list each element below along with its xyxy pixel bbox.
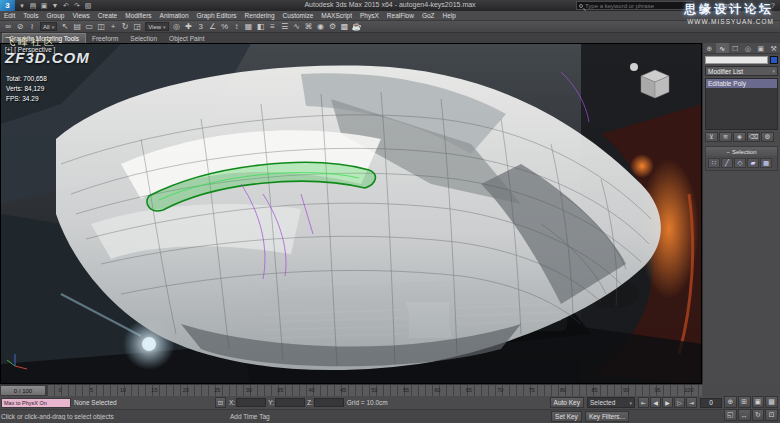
window-crossing-icon[interactable]: ◫: [95, 21, 107, 33]
remove-modifier-icon[interactable]: ⌫: [747, 132, 760, 142]
snap-toggle-icon[interactable]: 3: [195, 21, 207, 33]
maximize-viewport-icon[interactable]: ⊡: [765, 409, 778, 421]
angle-snap-icon[interactable]: ∠: [207, 21, 219, 33]
orbit-view-icon[interactable]: ↻: [752, 409, 765, 421]
pan-view-icon[interactable]: ↔: [738, 409, 751, 421]
select-and-link-icon[interactable]: ∞: [2, 21, 14, 33]
polygon-subobject-icon[interactable]: ▰: [747, 158, 759, 168]
key-mode-dropdown[interactable]: Selected ▾: [587, 397, 635, 408]
motion-tab-icon[interactable]: ◎: [741, 43, 754, 53]
menu-item-graph-editors[interactable]: Graph Editors: [193, 12, 241, 19]
object-name-field[interactable]: [705, 56, 768, 64]
redo-icon[interactable]: ↷: [72, 0, 82, 11]
modify-tab-icon[interactable]: ∿: [716, 43, 729, 53]
curve-editor-icon[interactable]: ∿: [291, 21, 303, 33]
sign-in-link[interactable]: Sign In: [718, 2, 738, 9]
mirror-icon[interactable]: ◧: [255, 21, 267, 33]
menu-item-tools[interactable]: Tools: [19, 12, 42, 19]
ribbon-tab-object-paint[interactable]: Object Paint: [163, 34, 210, 43]
border-subobject-icon[interactable]: ◇: [734, 158, 746, 168]
pin-stack-icon[interactable]: ⊻: [705, 132, 718, 142]
go-to-start-button[interactable]: ⇤: [638, 397, 649, 408]
modifier-stack-list[interactable]: Editable Poly: [705, 78, 778, 130]
vertex-subobject-icon[interactable]: ∷: [708, 158, 720, 168]
zoom-icon[interactable]: ⊕: [724, 396, 737, 408]
material-editor-icon[interactable]: ◉: [315, 21, 327, 33]
utilities-tab-icon[interactable]: ⚒: [767, 43, 780, 53]
select-by-name-icon[interactable]: ▤: [71, 21, 83, 33]
zoom-all-icon[interactable]: ⊞: [738, 396, 751, 408]
undo-icon[interactable]: ↶: [61, 0, 71, 11]
render-icon[interactable]: ☕: [351, 21, 363, 33]
exchange-store-icon[interactable]: ★: [756, 0, 766, 11]
zoom-extents-icon[interactable]: ▣: [752, 396, 765, 408]
reference-coordinate-dropdown[interactable]: View▾: [145, 22, 168, 31]
menu-item-modifiers[interactable]: Modifiers: [121, 12, 155, 19]
menu-item-animation[interactable]: Animation: [156, 12, 193, 19]
configure-modifier-sets-icon[interactable]: ⚙: [761, 132, 774, 142]
menu-item-edit[interactable]: Edit: [0, 12, 19, 19]
project-folder-icon[interactable]: ▧: [83, 0, 93, 11]
make-unique-icon[interactable]: ◈: [733, 132, 746, 142]
menu-item-customize[interactable]: Customize: [279, 12, 318, 19]
maxscript-mini-listener[interactable]: Max to PhysX On: [1, 398, 71, 408]
select-object-icon[interactable]: ↖: [59, 21, 71, 33]
render-setup-icon[interactable]: ⚙: [327, 21, 339, 33]
unlink-selection-icon[interactable]: ⊘: [14, 21, 26, 33]
previous-frame-button[interactable]: ◀: [650, 397, 661, 408]
select-and-manipulate-icon[interactable]: ✚: [183, 21, 195, 33]
modifier-list-dropdown[interactable]: Modifier List ▾: [705, 66, 778, 76]
display-tab-icon[interactable]: ▣: [754, 43, 767, 53]
rendered-frame-window-icon[interactable]: ▩: [339, 21, 351, 33]
select-and-rotate-icon[interactable]: ↻: [119, 21, 131, 33]
use-pivot-center-icon[interactable]: ◎: [171, 21, 183, 33]
select-and-scale-icon[interactable]: ◲: [131, 21, 143, 33]
region-select-icon[interactable]: ▭: [83, 21, 95, 33]
app-menu-icon[interactable]: ▾: [17, 0, 27, 11]
play-button[interactable]: ▶: [662, 397, 673, 408]
set-key-button[interactable]: Set Key: [551, 411, 582, 422]
selection-filter-dropdown[interactable]: All▾: [40, 22, 57, 31]
open-file-icon[interactable]: ▣: [39, 0, 49, 11]
edge-subobject-icon[interactable]: ╱: [721, 158, 733, 168]
modifier-stack-item-editable-poly[interactable]: Editable Poly: [706, 79, 777, 88]
help-search-box[interactable]: [576, 1, 694, 10]
zoom-region-icon[interactable]: ◱: [724, 409, 737, 421]
current-frame-field[interactable]: 0: [700, 398, 722, 408]
coordinate-value-field[interactable]: [314, 398, 344, 407]
help-icon[interactable]: ?: [768, 0, 778, 11]
coordinate-value-field[interactable]: [236, 398, 266, 407]
edit-named-selection-sets-icon[interactable]: ▦: [243, 21, 255, 33]
layer-manager-icon[interactable]: ☰: [279, 21, 291, 33]
menu-item-help[interactable]: Help: [439, 12, 460, 19]
bind-to-spacewarp-icon[interactable]: ≀: [26, 21, 38, 33]
viewport-label[interactable]: [+] [ Perspective ]: [5, 46, 55, 53]
menu-item-realflow[interactable]: RealFlow: [383, 12, 418, 19]
zoom-extents-all-icon[interactable]: ▩: [765, 396, 778, 408]
selection-lock-icon[interactable]: ⊡: [215, 397, 226, 408]
menu-item-group[interactable]: Group: [42, 12, 68, 19]
key-filters-button[interactable]: Key Filters...: [585, 411, 629, 422]
coordinate-value-field[interactable]: [275, 398, 305, 407]
menu-item-maxscript[interactable]: MAXScript: [317, 12, 356, 19]
3ds-max-logo-icon[interactable]: 3: [0, 0, 15, 11]
menu-item-views[interactable]: Views: [68, 12, 93, 19]
time-slider[interactable]: 0 / 100: [0, 385, 46, 396]
menu-item-rendering[interactable]: Rendering: [241, 12, 279, 19]
percent-snap-icon[interactable]: %: [219, 21, 231, 33]
go-to-end-button[interactable]: ⇥: [686, 397, 697, 408]
align-icon[interactable]: ≡: [267, 21, 279, 33]
auto-key-button[interactable]: Auto Key: [550, 397, 584, 408]
menu-item-create[interactable]: Create: [94, 12, 122, 19]
save-file-icon[interactable]: ▼: [50, 0, 60, 11]
menu-item-physx[interactable]: PhysX: [356, 12, 383, 19]
perspective-viewport[interactable]: [+] [ Perspective ] Total: 700,658Verts:…: [0, 43, 702, 384]
show-end-result-icon[interactable]: ≋: [719, 132, 732, 142]
element-subobject-icon[interactable]: ▩: [760, 158, 772, 168]
ribbon-tab-freeform[interactable]: Freeform: [86, 34, 124, 43]
object-color-swatch[interactable]: [770, 56, 778, 64]
hierarchy-tab-icon[interactable]: ☐: [729, 43, 742, 53]
search-input[interactable]: [585, 2, 691, 9]
ribbon-tab-graphite-modeling-tools[interactable]: Graphite Modeling Tools: [2, 33, 86, 43]
ribbon-tab-selection[interactable]: Selection: [124, 34, 163, 43]
